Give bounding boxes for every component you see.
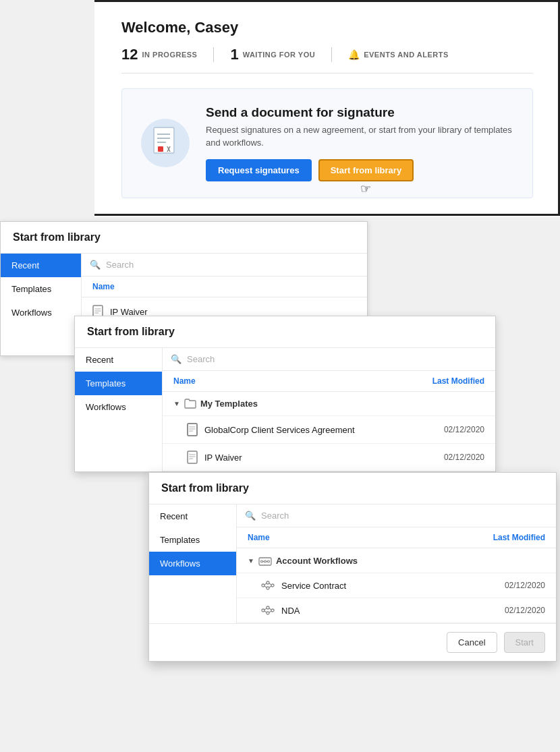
panel3-name-col: Name: [248, 533, 270, 542]
waiting-number: 1: [230, 46, 238, 63]
template-item2-date: 02/12/2020: [444, 453, 484, 462]
svg-point-40: [262, 609, 264, 612]
panel2-content: 🔍 Search Name Last Modified ▼ My Templat…: [163, 348, 495, 471]
panel3-search-row: 🔍 Search: [237, 504, 556, 527]
svg-point-33: [267, 581, 269, 584]
workflow-folder-name: Account Workflows: [276, 556, 358, 566]
workflow-item1-name: Service Contract: [281, 581, 498, 591]
panel3-list-header: Name Last Modified: [237, 527, 556, 548]
workflow-icon: [261, 605, 275, 616]
workflow-item2-date: 02/12/2020: [505, 606, 545, 615]
list-item[interactable]: Service Contract 02/12/2020: [237, 573, 556, 598]
sidebar-item-templates-active[interactable]: Templates: [75, 372, 162, 395]
document-svg: [151, 126, 179, 160]
svg-rect-4: [158, 146, 163, 152]
workflow-item2-name: NDA: [281, 606, 498, 616]
search-placeholder[interactable]: Search: [261, 511, 289, 521]
panel2-list-header: Name Last Modified: [163, 371, 495, 392]
search-icon: 🔍: [90, 260, 101, 270]
folder-row[interactable]: ▼ Account Workflows: [237, 548, 556, 573]
svg-line-44: [264, 608, 267, 610]
svg-point-42: [267, 612, 269, 614]
in-progress-number: 12: [121, 46, 138, 63]
chevron-down-icon: ▼: [173, 400, 180, 407]
sidebar-item-templates[interactable]: Templates: [1, 277, 81, 301]
panel2-sidebar: Recent Templates Workflows: [75, 348, 163, 471]
svg-point-35: [271, 584, 274, 587]
send-card-desc: Request signatures on a new agreement, o…: [206, 124, 513, 150]
search-icon: 🔍: [171, 354, 181, 364]
panel2-search-row: 🔍 Search: [163, 348, 495, 371]
start-from-library-button[interactable]: Start from library: [318, 159, 414, 181]
svg-line-47: [269, 611, 271, 612]
svg-point-43: [271, 609, 274, 612]
panel1-header: Start from library: [1, 222, 367, 254]
svg-line-36: [264, 583, 267, 585]
list-item[interactable]: IP Waiver 02/12/2020: [163, 444, 495, 471]
workflow-folder-icon: [258, 555, 272, 566]
svg-line-39: [269, 586, 271, 587]
stat-in-progress[interactable]: 12 IN PROGRESS: [121, 46, 197, 63]
send-card-buttons: Request signatures Start from library ☞: [206, 159, 513, 181]
panel3-footer: Cancel Start: [149, 623, 556, 661]
panel3-lastmod-col: Last Modified: [493, 533, 545, 542]
start-button[interactable]: Start: [504, 632, 545, 653]
request-signatures-button[interactable]: Request signatures: [206, 159, 312, 181]
panel3-header: Start from library: [149, 473, 556, 504]
folder-row[interactable]: ▼ My Templates: [163, 392, 495, 416]
svg-point-32: [262, 584, 264, 587]
sidebar-item-workflows-active[interactable]: Workflows: [149, 552, 236, 575]
sidebar-item-workflows[interactable]: Workflows: [1, 301, 81, 324]
template-item1-name: GlobalCorp Client Services Agreement: [204, 425, 437, 435]
svg-rect-0: [154, 127, 174, 153]
cancel-button[interactable]: Cancel: [447, 632, 497, 653]
panel-workflows: Start from library Recent Templates Work…: [148, 472, 557, 662]
panel1-search-row: 🔍 Search: [82, 254, 367, 277]
svg-line-38: [269, 583, 271, 585]
bell-icon: 🔔: [348, 49, 360, 60]
sidebar-item-templates[interactable]: Templates: [149, 528, 236, 552]
sidebar-item-recent[interactable]: Recent: [75, 348, 162, 372]
svg-point-34: [267, 587, 269, 589]
panel3-content: 🔍 Search Name Last Modified ▼: [237, 504, 556, 623]
sidebar-item-recent-active[interactable]: Recent: [1, 254, 81, 277]
svg-line-46: [269, 608, 271, 610]
chevron-down-icon: ▼: [248, 557, 254, 565]
send-card-title: Send a document for signature: [206, 105, 513, 120]
list-item[interactable]: GlobalCorp Client Services Agreement 02/…: [163, 416, 495, 444]
list-item[interactable]: NDA 02/12/2020: [237, 598, 556, 623]
sidebar-item-workflows[interactable]: Workflows: [75, 395, 162, 419]
panel-templates: Start from library Recent Templates Work…: [74, 316, 496, 472]
stat-waiting[interactable]: 1 WAITING FOR YOU: [230, 46, 315, 63]
panel2-header: Start from library: [75, 316, 495, 348]
stat-alerts[interactable]: 🔔 EVENTS AND ALERTS: [348, 49, 449, 60]
cursor-icon: ☞: [360, 181, 371, 196]
panel2-lastmod-col: Last Modified: [432, 376, 484, 386]
send-document-card: Send a document for signature Request si…: [121, 88, 533, 198]
workflow-item1-date: 02/12/2020: [505, 581, 545, 590]
doc-illustration: [141, 119, 190, 167]
panel3-sidebar: Recent Templates Workflows: [149, 504, 237, 623]
stats-bar: 12 IN PROGRESS 1 WAITING FOR YOU 🔔 EVENT…: [121, 46, 533, 74]
svg-point-41: [267, 606, 269, 609]
svg-rect-21: [188, 451, 197, 463]
folder-name: My Templates: [200, 399, 258, 409]
panel1-list-header: Name: [82, 277, 367, 297]
panel2-name-col: Name: [173, 376, 196, 386]
panel1-sidebar: Recent Templates Workflows: [1, 254, 82, 355]
panel1-name-col: Name: [92, 282, 115, 291]
svg-line-45: [264, 611, 267, 612]
template-doc-icon: [187, 423, 198, 436]
alerts-label: EVENTS AND ALERTS: [364, 51, 449, 59]
sidebar-item-recent[interactable]: Recent: [149, 504, 236, 528]
in-progress-label: IN PROGRESS: [142, 51, 197, 59]
search-icon: 🔍: [245, 511, 256, 521]
template-item2-name: IP Waiver: [204, 453, 437, 463]
svg-line-37: [264, 586, 267, 587]
search-input-label[interactable]: Search: [106, 260, 134, 270]
folder-icon: [184, 399, 196, 409]
workflow-icon: [261, 580, 275, 591]
svg-rect-15: [188, 424, 197, 436]
search-placeholder[interactable]: Search: [187, 354, 215, 364]
template-doc-icon: [187, 451, 198, 464]
